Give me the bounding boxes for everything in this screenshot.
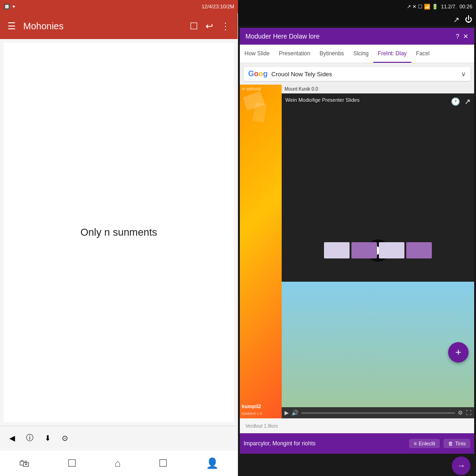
shop-nav-icon[interactable]: 🛍 [19, 457, 29, 469]
left-bottom-bar: ◀ ⓘ ⬇ ⊙ [0, 426, 238, 450]
decorative-shape-2 [252, 102, 267, 123]
bottom-info-bar: Verdlout 1.9lors [240, 418, 474, 433]
settings-icon[interactable]: ⚙ [458, 410, 463, 416]
video-title-bar: Mount Kunik 0.0 [282, 85, 474, 93]
slide-thumb-1 [324, 242, 350, 258]
fab-plus-icon: + [456, 346, 462, 358]
left-panel: ☰ Mohonies ☐ ↩ ⋮ Only n sunments ◀ ⓘ ⬇ ⊙… [0, 13, 238, 476]
clock-icon: 🕐 [451, 97, 460, 106]
video-slides-preview [282, 106, 474, 394]
fullscreen-icon[interactable]: ⛶ [466, 410, 471, 416]
right-top-bar: ↗ ⏻ [238, 13, 476, 26]
bookmark-icon[interactable]: ☐ [190, 20, 198, 32]
video-column: Mount Kunik 0.0 Wein Modiofige Presenter… [282, 85, 474, 418]
video-controls: ▶ 🔊 ⚙ ⛶ [282, 407, 474, 418]
volume-icon[interactable]: 🔊 [291, 410, 298, 416]
download-icon[interactable]: ⬇ [45, 434, 51, 443]
left-status-time: 12/4/23:10/2M [202, 4, 234, 9]
browser-content: Moduder Here Dolaw lore ? ✕ How Slide Pr… [240, 28, 474, 454]
right-status-bar: ↗ ✕ ☐ 📶 🔋 11.2/7. 00:26 [238, 0, 476, 13]
video-overlay-title: Wein Modiofige Presenter Slides [285, 97, 359, 103]
square-nav-icon[interactable]: ☐ [67, 457, 77, 469]
left-nav-bar: 🛍 ☐ ⌂ ☐ 👤 [0, 450, 238, 476]
left-status-bar: 🔲 ✦ 12/4/23:10/2M [0, 0, 238, 13]
status-bar-row: 🔲 ✦ 12/4/23:10/2M ↗ ✕ ☐ 📶 🔋 11.2/7. 00:2… [0, 0, 476, 13]
right-status-battery: 11.2/7. [441, 4, 457, 9]
right-nav-row: → [238, 456, 476, 476]
tinis-button[interactable]: 🗑 Tinis [443, 439, 470, 448]
more-options-icon[interactable]: ⋮ [221, 20, 230, 32]
browser-header-title: Moduder Here Dolaw lore [245, 33, 320, 40]
left-toolbar: ☰ Mohonies ☐ ↩ ⋮ [0, 13, 238, 39]
thumbnail-label: kumpil2 [242, 403, 261, 409]
left-document-area: Only n sunments [4, 43, 234, 422]
google-search-bar[interactable]: Goog Crouol Now Tely Sides ∨ [244, 67, 470, 81]
slide-thumb-2 [351, 242, 377, 258]
next-arrow-button[interactable]: → [452, 456, 470, 475]
thumbnail-column: m ipphotal kumpil2 kjadkted 1.0 [240, 85, 282, 418]
right-arrow-icon: → [457, 461, 465, 471]
hamburger-icon[interactable]: ☰ [7, 20, 16, 32]
thumbnail-top-label: m ipphotal [242, 86, 261, 91]
app-title: Mohonies [23, 21, 182, 32]
fab-add-button[interactable]: + [448, 342, 469, 363]
main-row: ☰ Mohonies ☐ ↩ ⋮ Only n sunments ◀ ⓘ ⬇ ⊙… [0, 13, 476, 476]
search-query-text: Crouol Now Tely Sides [271, 71, 461, 78]
profile-nav-icon[interactable]: 👤 [206, 457, 218, 469]
help-icon[interactable]: ? [456, 33, 459, 40]
settings-circle-icon[interactable]: ⊙ [62, 434, 68, 443]
tab-presentation[interactable]: Presentation [274, 45, 315, 63]
home-nav-icon[interactable]: ⌂ [114, 457, 120, 469]
slide-thumb-4 [406, 242, 432, 258]
tab-slcing[interactable]: Slcing [349, 45, 373, 63]
tab-how-slide[interactable]: How Slide [240, 45, 274, 63]
slide-thumb-3 [379, 242, 404, 258]
browser-header-icons: ? ✕ [456, 33, 469, 40]
arrow-up-right-icon[interactable]: ↗ [453, 15, 459, 24]
video-player[interactable]: Wein Modiofige Presenter Slides 🕐 ↗ [282, 93, 474, 407]
trash-icon: 🗑 [448, 441, 453, 446]
thumbnail-image: m ipphotal kumpil2 kjadkted 1.0 [240, 85, 282, 418]
close-icon[interactable]: ✕ [463, 33, 469, 40]
chevron-down-icon[interactable]: ∨ [461, 70, 466, 78]
info-icon[interactable]: ⓘ [26, 433, 33, 443]
browser-tabs: How Slide Presentation Bytinenbs Slcing … [240, 45, 474, 63]
power-icon[interactable]: ⏻ [465, 15, 472, 24]
play-control-icon[interactable]: ▶ [284, 410, 289, 416]
share-icon[interactable]: ↗ [464, 97, 470, 106]
bottom-action-bar: Imparcylor, Mongint for riohts ≡ Enlecli… [240, 433, 474, 454]
list-icon: ≡ [414, 441, 416, 446]
right-panel: ↗ ⏻ Moduder Here Dolaw lore ? ✕ How Slid… [238, 13, 476, 476]
action-bar-text: Imparcylor, Mongint for riohts [244, 440, 405, 447]
tab-facel[interactable]: Facel [411, 45, 434, 63]
content-area: m ipphotal kumpil2 kjadkted 1.0 Mount Ku… [240, 85, 474, 418]
tabs-nav-icon[interactable]: ☐ [159, 457, 168, 469]
progress-bar[interactable] [301, 412, 455, 414]
right-status-time: 00:26 [459, 4, 472, 9]
reply-icon[interactable]: ↩ [205, 20, 213, 32]
bottom-info-text: Verdlout 1.9lors [245, 423, 278, 429]
document-content-text: Only n sunments [80, 226, 157, 238]
tinis-label: Tinis [455, 441, 466, 446]
right-status-signal: ↗ ✕ ☐ 📶 🔋 [407, 4, 438, 10]
enleclit-button[interactable]: ≡ Enleclit [409, 439, 440, 448]
thumbnail-sublabel: kjadkted 1.0 [242, 411, 262, 416]
back-icon[interactable]: ◀ [9, 434, 15, 443]
left-status-icons: 🔲 ✦ [4, 4, 16, 10]
google-logo: Goog [248, 70, 268, 78]
tab-bytinenbs[interactable]: Bytinenbs [315, 45, 349, 63]
tab-freint-dlay[interactable]: FreInt: Dlay [373, 45, 411, 63]
video-sublabel: Mount Kunik 0.0 [284, 86, 318, 92]
enleclit-label: Enleclit [419, 441, 435, 446]
browser-header: Moduder Here Dolaw lore ? ✕ [240, 28, 474, 45]
